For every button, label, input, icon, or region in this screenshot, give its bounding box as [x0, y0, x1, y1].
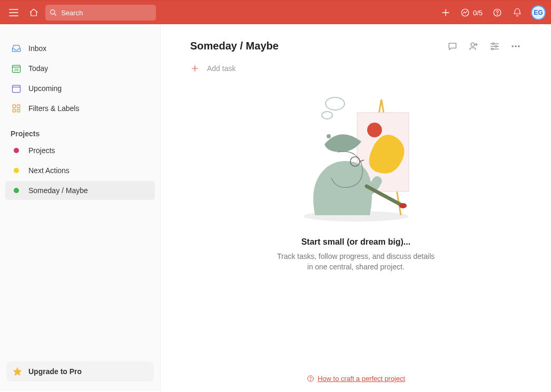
add-task-button[interactable]: Add task — [190, 64, 522, 73]
svg-line-4 — [54, 14, 56, 16]
inbox-icon — [11, 43, 22, 54]
svg-point-9 — [497, 14, 498, 15]
projects-section-header[interactable]: Projects — [0, 118, 160, 141]
sidebar-item-label: Inbox — [28, 44, 46, 53]
content-area: Someday / Maybe Add tas — [161, 24, 551, 391]
avatar[interactable]: EG — [531, 5, 546, 20]
more-options-button[interactable] — [510, 41, 522, 52]
share-button[interactable] — [468, 41, 479, 52]
help-link-row: How to craft a perfect project — [161, 375, 551, 383]
calendar-today-icon: 28 — [11, 63, 22, 74]
svg-point-26 — [471, 43, 475, 46]
calendar-upcoming-icon — [11, 83, 22, 94]
svg-point-53 — [310, 380, 311, 380]
home-icon — [29, 8, 38, 17]
content-header: Someday / Maybe — [190, 40, 522, 52]
svg-marker-25 — [14, 368, 22, 376]
bell-icon — [513, 8, 522, 17]
project-item-projects[interactable]: Projects — [5, 141, 155, 160]
add-task-label: Add task — [207, 64, 235, 73]
help-button[interactable] — [489, 4, 506, 21]
svg-point-47 — [327, 134, 331, 138]
star-icon — [13, 367, 22, 376]
person-plus-icon — [468, 41, 479, 52]
productivity-count: 0/5 — [473, 9, 483, 17]
home-button[interactable] — [25, 4, 42, 21]
upgrade-label: Upgrade to Pro — [28, 367, 82, 376]
svg-rect-23 — [13, 109, 15, 112]
productivity-button[interactable]: 0/5 — [457, 4, 486, 21]
svg-rect-24 — [17, 109, 20, 112]
project-color-dot — [11, 185, 22, 196]
sidebar: Inbox 28 Today Upcoming Filters & Labels — [0, 24, 161, 391]
svg-point-37 — [518, 46, 519, 47]
project-color-dot — [11, 165, 22, 176]
search-input[interactable] — [61, 9, 152, 17]
svg-rect-22 — [17, 105, 20, 107]
comment-icon — [447, 41, 458, 52]
menu-toggle-button[interactable] — [5, 4, 22, 21]
svg-point-32 — [495, 45, 497, 47]
sidebar-item-label: Someday / Maybe — [28, 186, 88, 195]
plus-icon — [190, 64, 200, 73]
grid-icon — [11, 103, 22, 114]
empty-state-title: Start small (or dream big)... — [301, 237, 410, 247]
sidebar-item-filters-labels[interactable]: Filters & Labels — [5, 99, 155, 118]
sidebar-item-label: Projects — [28, 146, 55, 155]
project-item-next-actions[interactable]: Next Actions — [5, 161, 155, 180]
project-color-dot — [11, 145, 22, 156]
svg-point-34 — [491, 48, 493, 49]
quick-add-button[interactable] — [437, 4, 454, 21]
view-options-button[interactable] — [489, 41, 500, 52]
search-box[interactable] — [45, 5, 156, 21]
sliders-icon — [489, 41, 500, 52]
page-title: Someday / Maybe — [190, 40, 279, 52]
more-horizontal-icon — [510, 41, 521, 52]
empty-state-description: Track tasks, follow progress, and discus… — [277, 251, 435, 273]
svg-point-46 — [322, 112, 332, 119]
sidebar-spacer — [0, 200, 160, 356]
svg-point-51 — [399, 203, 407, 208]
sidebar-item-upcoming[interactable]: Upcoming — [5, 79, 155, 98]
svg-point-30 — [493, 43, 494, 44]
notifications-button[interactable] — [509, 4, 526, 21]
avatar-initials: EG — [534, 9, 543, 16]
help-circle-icon — [307, 375, 314, 383]
help-icon — [493, 8, 502, 17]
upgrade-button[interactable]: Upgrade to Pro — [6, 361, 154, 381]
productivity-icon — [460, 8, 470, 17]
sidebar-item-label: Today — [28, 64, 48, 73]
svg-point-35 — [512, 46, 513, 47]
empty-state-illustration — [288, 94, 425, 231]
header-actions — [447, 41, 522, 52]
svg-rect-13 — [13, 85, 21, 92]
sidebar-item-inbox[interactable]: Inbox — [5, 39, 155, 58]
plus-icon — [441, 8, 450, 17]
hamburger-icon — [9, 9, 18, 16]
project-item-someday-maybe[interactable]: Someday / Maybe — [5, 181, 155, 200]
svg-point-44 — [367, 123, 382, 137]
comments-button[interactable] — [447, 41, 458, 52]
svg-point-36 — [515, 46, 516, 47]
topbar: 0/5 EG — [0, 1, 551, 24]
sidebar-item-label: Next Actions — [28, 166, 70, 175]
svg-rect-21 — [13, 105, 15, 107]
sidebar-item-today[interactable]: 28 Today — [5, 59, 155, 78]
svg-text:28: 28 — [14, 67, 18, 72]
svg-point-45 — [326, 97, 345, 110]
help-link[interactable]: How to craft a perfect project — [318, 375, 405, 383]
sidebar-item-label: Filters & Labels — [28, 104, 79, 113]
search-icon — [50, 8, 57, 17]
sidebar-item-label: Upcoming — [28, 84, 62, 93]
empty-state: Start small (or dream big)... Track task… — [190, 94, 522, 273]
